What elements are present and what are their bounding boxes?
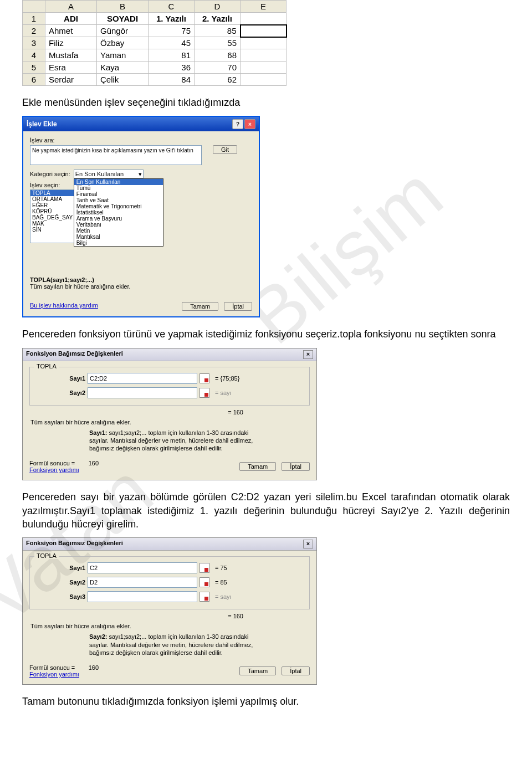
arg-input[interactable] xyxy=(88,562,197,573)
function-description: Tüm sayıları bir hücre aralığına ekler. xyxy=(30,283,252,290)
dropdown-option[interactable]: En Son Kullanılan xyxy=(74,179,163,185)
row-header: 2 xyxy=(23,25,45,37)
cell: Esra xyxy=(45,61,97,74)
result-total: = 160 xyxy=(29,409,310,416)
dropdown-option[interactable]: Metin xyxy=(74,228,163,234)
category-dropdown[interactable]: En Son KullanılanTümüFinansalTarih ve Sa… xyxy=(74,178,163,247)
paragraph-2: Pencereden fonksiyon türünü ve yapmak is… xyxy=(22,327,510,341)
cell: SOYADI xyxy=(97,13,149,25)
range-selector-icon[interactable] xyxy=(200,592,209,602)
category-label: Kategori seçin: xyxy=(30,171,70,177)
dropdown-option[interactable]: Tümü xyxy=(74,185,163,191)
ok-button[interactable]: Tamam xyxy=(182,302,218,311)
cell: 36 xyxy=(149,61,195,74)
dialog-titlebar: İşlev Ekle ? × xyxy=(23,117,259,131)
go-button[interactable]: Git xyxy=(213,145,237,154)
close-icon[interactable]: × xyxy=(303,540,313,548)
ok-button[interactable]: Tamam xyxy=(239,462,276,471)
range-selector-icon[interactable] xyxy=(200,577,209,587)
help-link[interactable]: Fonksiyon yardımı xyxy=(29,466,99,473)
cell: Özbay xyxy=(97,37,149,49)
arg-input[interactable] xyxy=(88,577,197,588)
function-signature: TOPLA(sayı1;sayı2;...) xyxy=(30,276,252,283)
search-label: İşlev ara: xyxy=(30,137,252,143)
dialog-title: Fonksiyon Bağımsız Değişkenleri xyxy=(26,540,123,548)
search-input[interactable]: Ne yapmak istediğinizin kısa bir açıklam… xyxy=(30,145,202,165)
formula-result: Formül sonucu = 160 xyxy=(29,460,99,466)
range-selector-icon[interactable] xyxy=(200,373,209,383)
row-header: 6 xyxy=(23,74,45,86)
arg-label: Sayı2 xyxy=(35,579,85,586)
cell: 62 xyxy=(195,74,241,86)
cell xyxy=(241,25,287,37)
dropdown-option[interactable]: Veritabanı xyxy=(74,222,163,228)
dropdown-option[interactable]: Finansal xyxy=(74,191,163,197)
dropdown-option[interactable]: Tarih ve Saat xyxy=(74,197,163,203)
paragraph-4: Tamam butonunu tıkladığımızda fonksiyon … xyxy=(22,695,510,708)
row-header: 3 xyxy=(23,37,45,49)
category-select[interactable]: En Son Kullanılan ▾ xyxy=(74,170,144,178)
insert-function-dialog: İşlev Ekle ? × İşlev ara: Ne yapmak iste… xyxy=(22,116,260,317)
cell: 81 xyxy=(149,49,195,61)
ok-button[interactable]: Tamam xyxy=(239,666,276,675)
arg-result: = 75 xyxy=(215,565,227,571)
help-icon[interactable]: ? xyxy=(232,119,243,129)
cell: Çelik xyxy=(97,74,149,86)
arg-label: Sayı3 xyxy=(35,593,85,600)
function-args-dialog-2: Fonksiyon Bağımsız Değişkenleri ×TOPLA S… xyxy=(22,537,317,685)
cell: 84 xyxy=(149,74,195,86)
column-header: B xyxy=(97,1,149,13)
range-selector-icon[interactable] xyxy=(200,563,209,573)
arg-description: Sayı1: sayı1;sayı2;... toplam için kulla… xyxy=(89,429,267,453)
cancel-button[interactable]: İptal xyxy=(282,462,310,471)
dropdown-option[interactable]: Mantıksal xyxy=(74,234,163,240)
cell: 2. Yazılı xyxy=(195,13,241,25)
cell: 85 xyxy=(195,25,241,37)
dropdown-option[interactable]: Matematik ve Trigonometri xyxy=(74,203,163,209)
cell xyxy=(241,61,287,74)
dialog-title: Fonksiyon Bağımsız Değişkenleri xyxy=(26,350,123,359)
cell: Ahmet xyxy=(45,25,97,37)
cell xyxy=(241,49,287,61)
row-header: 5 xyxy=(23,61,45,74)
description: Tüm sayıları bir hücre aralığına ekler. xyxy=(30,419,309,425)
cell: 1. Yazılı xyxy=(149,13,195,25)
result-total: = 160 xyxy=(29,613,310,619)
cancel-button[interactable]: İptal xyxy=(282,666,310,675)
cell: ADI xyxy=(45,13,97,25)
cell: 55 xyxy=(195,37,241,49)
group-legend: TOPLA xyxy=(34,363,59,370)
dropdown-option[interactable]: İstatistiksel xyxy=(74,209,163,216)
dropdown-option[interactable]: Bilgi xyxy=(74,240,163,246)
range-selector-icon[interactable] xyxy=(200,388,209,398)
group-legend: TOPLA xyxy=(34,552,59,559)
cell: Serdar xyxy=(45,74,97,86)
close-icon[interactable]: × xyxy=(303,350,313,359)
cell xyxy=(241,37,287,49)
arg-label: Sayı2 xyxy=(35,389,85,396)
cell: 75 xyxy=(149,25,195,37)
arg-label: Sayı1 xyxy=(35,375,85,382)
cell: 70 xyxy=(195,61,241,74)
cell: Kaya xyxy=(97,61,149,74)
description: Tüm sayıları bir hücre aralığına ekler. xyxy=(30,623,309,629)
arg-description: Sayı2: sayı1;sayı2;... toplam için kulla… xyxy=(89,633,267,657)
dialog-title: İşlev Ekle xyxy=(27,120,57,128)
arg-input[interactable] xyxy=(88,373,197,384)
cell: Filiz xyxy=(45,37,97,49)
close-icon[interactable]: × xyxy=(244,119,255,129)
arg-result: = {75;85} xyxy=(215,375,239,382)
help-link[interactable]: Fonksiyon yardımı xyxy=(29,671,99,678)
arg-input[interactable] xyxy=(88,387,197,398)
cell: 68 xyxy=(195,49,241,61)
row-header-corner xyxy=(23,1,45,13)
cell xyxy=(241,13,287,25)
row-header: 4 xyxy=(23,49,45,61)
dialog-titlebar: Fonksiyon Bağımsız Değişkenleri × xyxy=(23,348,316,361)
function-args-dialog-1: Fonksiyon Bağımsız Değişkenleri ×TOPLA S… xyxy=(22,348,317,481)
help-link[interactable]: Bu işlev hakkında yardım xyxy=(30,302,98,311)
arg-input[interactable] xyxy=(88,591,197,602)
cell: Güngör xyxy=(97,25,149,37)
cancel-button[interactable]: İptal xyxy=(224,302,252,311)
dropdown-option[interactable]: Arama ve Başvuru xyxy=(74,216,163,222)
